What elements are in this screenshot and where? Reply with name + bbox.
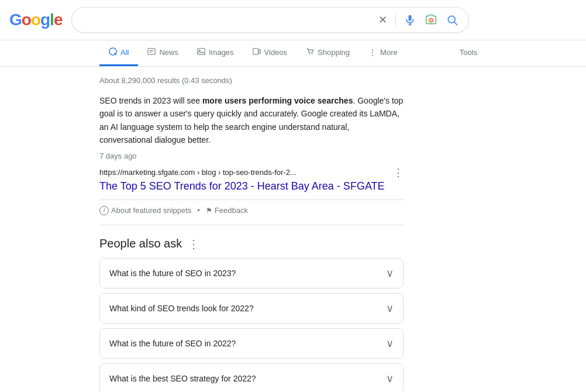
paa-chevron-1: ∨ xyxy=(386,302,394,315)
paa-chevron-2: ∨ xyxy=(386,337,394,350)
news-icon xyxy=(147,47,156,57)
people-also-ask-section: People also ask ⋮ What is the future of … xyxy=(99,237,404,392)
svg-rect-12 xyxy=(198,49,205,55)
tab-news[interactable]: News xyxy=(138,40,188,66)
paa-chevron-3: ∨ xyxy=(386,372,394,385)
svg-rect-9 xyxy=(148,49,155,55)
tab-videos-label: Videos xyxy=(264,48,288,57)
image-search-button[interactable] xyxy=(424,13,438,27)
search-input[interactable]: seo trends for 2023 xyxy=(81,15,373,25)
snippet-url: https://marketing.sfgate.com › blog › to… xyxy=(99,168,297,177)
svg-rect-0 xyxy=(409,15,412,21)
paa-question-3[interactable]: What is the best SEO strategy for 2022? … xyxy=(100,364,403,392)
main-content: About 8,290,000 results (0.43 seconds) S… xyxy=(0,67,503,392)
tab-images[interactable]: Images xyxy=(188,40,243,66)
svg-rect-14 xyxy=(253,49,258,55)
snippet-result-link[interactable]: The Top 5 SEO Trends for 2023 - Hearst B… xyxy=(99,180,404,192)
paa-question-0[interactable]: What is the future of SEO in 2023? ∨ xyxy=(100,259,403,288)
snippet-bold-text: more users performing voice searches xyxy=(202,96,353,105)
paa-item-3: What is the best SEO strategy for 2022? … xyxy=(99,363,404,392)
question-icon: i xyxy=(99,206,109,215)
clear-button[interactable]: ✕ xyxy=(377,12,388,27)
svg-point-15 xyxy=(309,54,310,55)
flag-icon: ⚑ xyxy=(206,207,212,215)
search-icon xyxy=(446,14,458,26)
paa-question-text-0: What is the future of SEO in 2023? xyxy=(109,269,236,278)
svg-point-4 xyxy=(430,19,432,21)
paa-item-0: What is the future of SEO in 2023? ∨ xyxy=(99,258,404,288)
snippet-date: 7 days ago xyxy=(99,152,404,160)
results-stats: About 8,290,000 results (0.43 seconds) xyxy=(99,76,404,85)
tab-images-label: Images xyxy=(209,48,234,57)
tab-shopping[interactable]: Shopping xyxy=(297,40,359,66)
more-icon: ⋮ xyxy=(368,48,377,57)
google-logo[interactable]: Google xyxy=(9,11,62,29)
tab-all-label: All xyxy=(120,48,129,57)
paa-question-text-1: What kind of SEO trends look for 2022? xyxy=(109,304,254,313)
camera-icon xyxy=(425,14,437,26)
paa-question-1[interactable]: What kind of SEO trends look for 2022? ∨ xyxy=(100,294,403,323)
nav-tabs: All News Images Videos Shopping ⋮ More T… xyxy=(0,40,586,67)
tab-more[interactable]: ⋮ More xyxy=(359,41,407,66)
paa-header: People also ask ⋮ xyxy=(99,237,404,251)
svg-point-13 xyxy=(199,50,201,51)
paa-question-text-2: What is the future of SEO in 2022? xyxy=(109,339,236,348)
tab-news-label: News xyxy=(159,48,178,57)
featured-snippet: SEO trends in 2023 will see more users p… xyxy=(99,94,404,225)
about-snippets-label: About featured snippets xyxy=(111,206,191,215)
shopping-icon xyxy=(306,47,314,57)
paa-title: People also ask xyxy=(99,237,182,250)
svg-point-16 xyxy=(312,54,313,55)
mic-icon xyxy=(404,14,416,26)
paa-chevron-0: ∨ xyxy=(386,267,394,280)
snippet-footer: i About featured snippets • ⚑ Feedback xyxy=(99,200,404,215)
snippet-text-before: SEO trends in 2023 will see xyxy=(99,96,202,105)
about-snippets[interactable]: i About featured snippets xyxy=(99,206,191,215)
tab-shopping-label: Shopping xyxy=(318,48,350,57)
videos-icon xyxy=(253,47,261,57)
paa-more-button[interactable]: ⋮ xyxy=(188,237,199,251)
snippet-url-row: https://marketing.sfgate.com › blog › to… xyxy=(99,167,404,178)
tab-videos[interactable]: Videos xyxy=(243,40,297,66)
snippet-more-button[interactable]: ⋮ xyxy=(393,167,404,178)
svg-line-6 xyxy=(454,22,457,25)
tools-button[interactable]: Tools xyxy=(450,41,487,66)
paa-item-1: What kind of SEO trends look for 2022? ∨ xyxy=(99,293,404,324)
all-icon xyxy=(109,47,117,57)
paa-question-text-3: What is the best SEO strategy for 2022? xyxy=(109,374,256,383)
snippet-feedback-label: Feedback xyxy=(215,206,248,215)
search-box: seo trends for 2023 ✕ xyxy=(71,7,469,33)
images-icon xyxy=(197,47,205,57)
search-submit-button[interactable] xyxy=(445,13,459,27)
voice-search-button[interactable] xyxy=(403,13,417,27)
snippet-text: SEO trends in 2023 will see more users p… xyxy=(99,94,404,147)
snippet-feedback-link[interactable]: ⚑ Feedback xyxy=(206,206,248,215)
dot-separator: • xyxy=(197,206,200,215)
header: Google seo trends for 2023 ✕ xyxy=(0,0,586,40)
tab-more-label: More xyxy=(380,48,398,57)
paa-question-2[interactable]: What is the future of SEO in 2022? ∨ xyxy=(100,329,403,358)
tab-all[interactable]: All xyxy=(99,40,138,66)
search-icon-group: ✕ xyxy=(377,12,459,27)
paa-item-2: What is the future of SEO in 2022? ∨ xyxy=(99,328,404,359)
